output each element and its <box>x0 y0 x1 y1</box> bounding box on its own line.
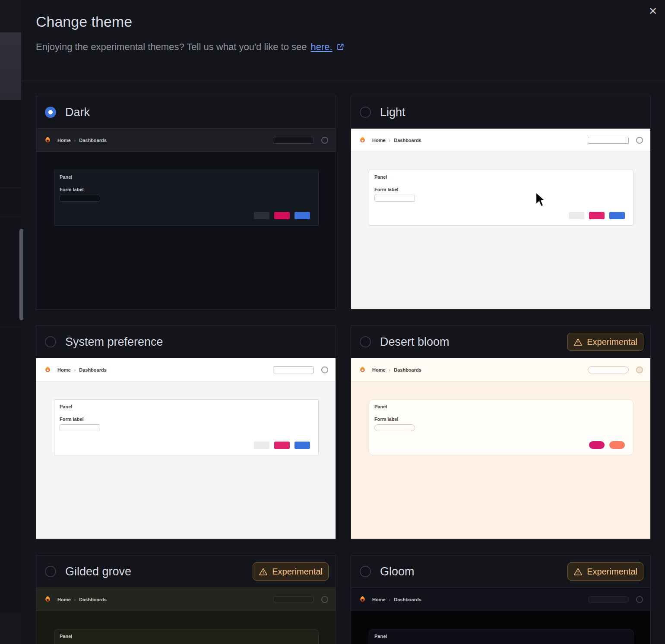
preview-text-input <box>374 424 415 431</box>
backdrop-footer <box>0 613 21 644</box>
chevron-right-icon: › <box>74 138 76 143</box>
theme-label: Dark <box>65 106 90 119</box>
theme-card-system-preference[interactable]: System preference Home › Dashboards <box>36 325 336 540</box>
theme-label: Gloom <box>380 565 415 578</box>
preview-topbar: Home › Dashboards <box>36 129 336 152</box>
card-header: System preference <box>36 326 336 358</box>
theme-card-gilded-grove[interactable]: Gilded grove Experimental Ho <box>36 555 336 644</box>
form-label: Form label <box>374 417 399 422</box>
preview-search-input <box>588 366 629 373</box>
panel-title: Panel <box>60 634 72 639</box>
preview-avatar <box>636 366 643 373</box>
form-label: Form label <box>60 417 84 422</box>
preview-panel: Panel Form label <box>369 399 633 455</box>
app-backdrop <box>0 0 21 644</box>
backdrop-topbar <box>0 0 21 32</box>
theme-card-light[interactable]: Light Home › Dashboards <box>351 96 651 310</box>
preview-secondary-button <box>254 442 269 449</box>
radio-system-preference[interactable] <box>45 336 56 347</box>
preview-destructive-button <box>589 212 605 219</box>
theme-preview-desert-bloom: Home › Dashboards Panel Form label <box>351 358 650 539</box>
modal-subtitle: Enjoying the experimental themes? Tell u… <box>36 41 650 53</box>
backdrop-active-item <box>0 32 21 100</box>
preview-buttons <box>569 212 625 219</box>
breadcrumb-home: Home <box>57 367 71 373</box>
preview-buttons <box>589 441 625 449</box>
warning-icon <box>573 567 583 576</box>
breadcrumb-home: Home <box>57 138 71 143</box>
radio-desert-bloom[interactable] <box>360 336 371 347</box>
preview-topbar: Home › Dashboards <box>351 588 650 611</box>
theme-preview-system: Home › Dashboards Panel Form label <box>36 358 336 539</box>
form-label: Form label <box>60 187 84 192</box>
preview-search-input <box>588 596 629 603</box>
preview-search-input <box>588 137 629 144</box>
theme-card-dark[interactable]: Dark Home › Dashboards <box>36 96 336 310</box>
theme-card-desert-bloom[interactable]: Desert bloom Experimental Ho <box>351 325 651 540</box>
breadcrumb-home: Home <box>372 367 386 373</box>
preview-primary-button <box>294 212 310 219</box>
preview-search-input <box>273 366 314 373</box>
backdrop-divider <box>0 187 21 187</box>
preview-buttons <box>254 442 310 449</box>
radio-light[interactable] <box>360 107 371 118</box>
grafana-logo-icon <box>44 366 51 373</box>
theme-preview-gloom: Home › Dashboards Panel Form label <box>351 587 650 644</box>
breadcrumb: Home › Dashboards <box>57 138 107 143</box>
theme-preview-light: Home › Dashboards Panel Form label <box>351 128 650 309</box>
scrollbar-thumb[interactable] <box>19 229 23 320</box>
radio-dark[interactable] <box>45 107 56 118</box>
chevron-right-icon: › <box>74 367 76 373</box>
change-theme-screen: Change theme Enjoying the experimental t… <box>0 0 665 644</box>
card-header: Dark <box>36 96 336 128</box>
panel-title: Panel <box>60 404 72 409</box>
warning-icon <box>259 567 268 576</box>
preview-avatar <box>321 137 328 144</box>
preview-text-input <box>60 424 100 431</box>
preview-avatar <box>636 137 643 144</box>
breadcrumb: Home › Dashboards <box>57 597 107 602</box>
form-label: Form label <box>374 187 399 192</box>
preview-buttons <box>254 212 310 219</box>
warning-icon <box>573 338 583 347</box>
radio-gilded-grove[interactable] <box>45 566 56 577</box>
external-link-icon[interactable] <box>336 43 345 51</box>
breadcrumb-current: Dashboards <box>79 138 107 143</box>
card-header: Gilded grove Experimental <box>36 556 336 587</box>
close-icon[interactable]: ✕ <box>649 6 657 16</box>
preview-panel: Panel Form label <box>54 629 319 644</box>
breadcrumb-home: Home <box>372 138 386 143</box>
breadcrumb: Home › Dashboards <box>57 367 107 373</box>
panel-title: Panel <box>374 634 387 639</box>
breadcrumb: Home › Dashboards <box>372 138 421 143</box>
experimental-badge-label: Experimental <box>587 567 637 577</box>
backdrop-divider <box>0 216 21 216</box>
grafana-logo-icon <box>44 596 51 603</box>
preview-body: Panel Form label <box>351 382 650 539</box>
theme-card-gloom[interactable]: Gloom Experimental Home <box>351 555 651 644</box>
preview-secondary-button <box>254 212 269 219</box>
preview-primary-button <box>609 212 625 219</box>
preview-panel: Panel Form label <box>54 399 319 455</box>
experimental-badge: Experimental <box>567 562 643 581</box>
breadcrumb-current: Dashboards <box>79 367 107 373</box>
theme-preview-gilded-grove: Home › Dashboards Panel Form label <box>36 587 336 644</box>
preview-body: Panel Form label <box>351 611 650 644</box>
experimental-badge: Experimental <box>567 333 643 351</box>
preview-text-input <box>374 195 415 202</box>
grafana-logo-icon <box>359 596 366 603</box>
preview-avatar <box>636 596 643 603</box>
chevron-right-icon: › <box>74 597 76 602</box>
preview-search-input <box>273 596 314 603</box>
grafana-logo-icon <box>359 136 366 144</box>
preview-panel: Panel Form label <box>54 170 319 226</box>
experimental-badge-label: Experimental <box>587 337 637 347</box>
card-header: Light <box>351 96 650 128</box>
radio-gloom[interactable] <box>360 566 371 577</box>
preview-body: Panel Form label <box>36 152 336 309</box>
panel-title: Panel <box>374 174 387 180</box>
breadcrumb-home: Home <box>57 597 71 602</box>
panel-title: Panel <box>60 174 72 180</box>
experimental-badge-label: Experimental <box>272 567 323 577</box>
feedback-link[interactable]: here. <box>310 41 332 53</box>
